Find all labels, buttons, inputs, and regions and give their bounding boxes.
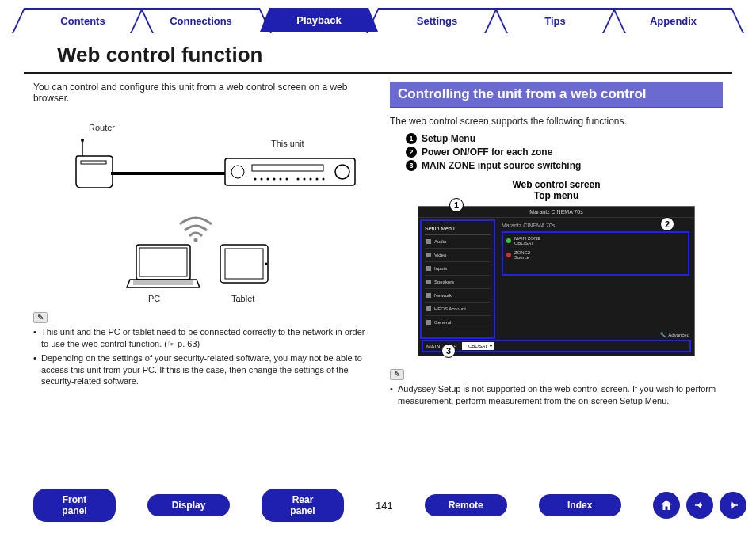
- svg-point-16: [310, 178, 312, 181]
- function-list: 1 Setup Menu 2 Power ON/OFF for each zon…: [406, 133, 723, 171]
- left-column: You can control and configure this unit …: [33, 82, 366, 409]
- menu-item: Video: [425, 249, 491, 262]
- tab-playback[interactable]: Playback: [260, 8, 378, 32]
- svg-rect-26: [225, 249, 263, 279]
- note-item: This unit and the PC or tablet need to b…: [33, 326, 366, 350]
- function-item: 2 Power ON/OFF for each zone: [406, 147, 723, 158]
- label-router: Router: [89, 123, 115, 132]
- display-button[interactable]: Display: [147, 494, 230, 516]
- wrench-icon: 🔧: [660, 332, 666, 337]
- left-notes: This unit and the PC or tablet need to b…: [33, 326, 366, 387]
- screen-sidebar: Setup Menu Audio Video Inputs Speakers N…: [420, 219, 495, 339]
- number-badge: 3: [406, 160, 417, 171]
- web-control-screenshot: 1 2 3 Marantz CINEMA 70s Setup Menu Audi…: [418, 206, 695, 356]
- tab-settings[interactable]: Settings: [378, 8, 496, 32]
- zone-row: ZONE2 Source: [506, 250, 685, 260]
- svg-point-17: [316, 178, 319, 181]
- svg-rect-21: [139, 248, 187, 276]
- svg-point-10: [267, 178, 269, 181]
- menu-item: HEOS Account: [425, 303, 491, 316]
- number-badge: 1: [406, 133, 417, 144]
- svg-point-8: [254, 178, 257, 181]
- screen-main: Marantz CINEMA 70s MAIN ZONE CBL/SAT: [497, 218, 694, 341]
- menu-item: General: [425, 316, 491, 329]
- sidebar-title: Setup Menu: [425, 224, 491, 235]
- svg-point-12: [280, 178, 282, 181]
- callout-3: 3: [441, 344, 456, 358]
- svg-rect-29: [731, 504, 738, 506]
- menu-item: Speakers: [425, 276, 491, 289]
- svg-point-11: [273, 178, 276, 181]
- network-diagram: Router This unit PC Tablet: [33, 115, 366, 309]
- power-on-icon: [506, 238, 511, 243]
- rear-panel-button[interactable]: Rear panel: [262, 489, 344, 522]
- label-pc: PC: [148, 294, 160, 303]
- index-button[interactable]: Index: [539, 494, 621, 516]
- label-tablet: Tablet: [231, 294, 254, 303]
- prev-page-button[interactable]: [686, 492, 713, 519]
- home-button[interactable]: [653, 492, 680, 519]
- svg-point-15: [304, 178, 306, 181]
- callout-2: 2: [660, 217, 674, 231]
- menu-item: Network: [425, 289, 491, 303]
- wifi-icon: [176, 215, 216, 243]
- top-tabs: Contents Connections Playback Settings T…: [0, 0, 756, 32]
- tab-contents[interactable]: Contents: [24, 8, 142, 32]
- tab-appendix[interactable]: Appendix: [614, 8, 732, 32]
- menu-item: Audio: [425, 235, 491, 249]
- menu-item: Inputs: [425, 262, 491, 276]
- screen-footer: MAIN ZONE CBL/SAT: [422, 340, 691, 352]
- pencil-icon: ✎: [33, 312, 48, 323]
- front-panel-button[interactable]: Front panel: [33, 489, 116, 522]
- section-intro: The web control screen supports the foll…: [390, 116, 723, 127]
- function-label: Setup Menu: [422, 133, 475, 144]
- svg-point-9: [261, 178, 263, 181]
- tab-connections[interactable]: Connections: [142, 8, 260, 32]
- svg-point-18: [323, 178, 325, 181]
- note-item: Depending on the settings of your securi…: [33, 352, 366, 388]
- power-off-icon: [506, 253, 511, 257]
- page-title: Web control function: [24, 32, 732, 74]
- nav-icon-group: [653, 492, 746, 519]
- bottom-nav: Front panel Display Rear panel 141 Remot…: [0, 489, 756, 522]
- function-label: MAIN ZONE input source switching: [422, 160, 581, 171]
- page-number: 141: [376, 500, 393, 512]
- screen-title: Web control screen Top menu: [390, 179, 723, 201]
- tab-tips[interactable]: Tips: [496, 8, 614, 32]
- number-badge: 2: [406, 147, 417, 158]
- svg-point-27: [265, 263, 268, 265]
- tablet-icon: [217, 242, 273, 287]
- svg-point-14: [297, 178, 300, 181]
- advanced-link: 🔧 Advanced: [660, 332, 689, 337]
- function-label: Power ON/OFF for each zone: [422, 147, 552, 158]
- pencil-icon: ✎: [390, 369, 404, 380]
- svg-point-1: [81, 139, 84, 142]
- callout-1: 1: [449, 198, 464, 212]
- arrow-left-icon: [693, 498, 707, 512]
- arrow-right-icon: [726, 498, 740, 512]
- function-item: 1 Setup Menu: [406, 133, 723, 144]
- right-notes: Audyssey Setup is not supported on the w…: [390, 383, 723, 407]
- laptop-icon: [125, 242, 201, 292]
- zone-row: MAIN ZONE CBL/SAT: [506, 236, 685, 246]
- home-icon: [659, 498, 674, 512]
- source-select: CBL/SAT: [462, 342, 494, 350]
- remote-button[interactable]: Remote: [425, 494, 507, 516]
- function-item: 3 MAIN ZONE input source switching: [406, 160, 723, 171]
- note-item: Audyssey Setup is not supported on the w…: [390, 383, 723, 407]
- section-heading: Controlling the unit from a web control: [390, 82, 723, 108]
- label-unit: This unit: [271, 139, 304, 148]
- svg-rect-28: [695, 504, 702, 506]
- zone-box: MAIN ZONE CBL/SAT ZONE2 Source: [502, 231, 689, 276]
- router-icon: [73, 137, 120, 192]
- receiver-icon: [223, 150, 358, 190]
- cable-line: [111, 166, 230, 181]
- right-column: Controlling the unit from a web control …: [390, 82, 723, 409]
- next-page-button[interactable]: [720, 492, 746, 519]
- intro-text: You can control and configure this unit …: [33, 82, 366, 104]
- svg-point-13: [286, 178, 288, 181]
